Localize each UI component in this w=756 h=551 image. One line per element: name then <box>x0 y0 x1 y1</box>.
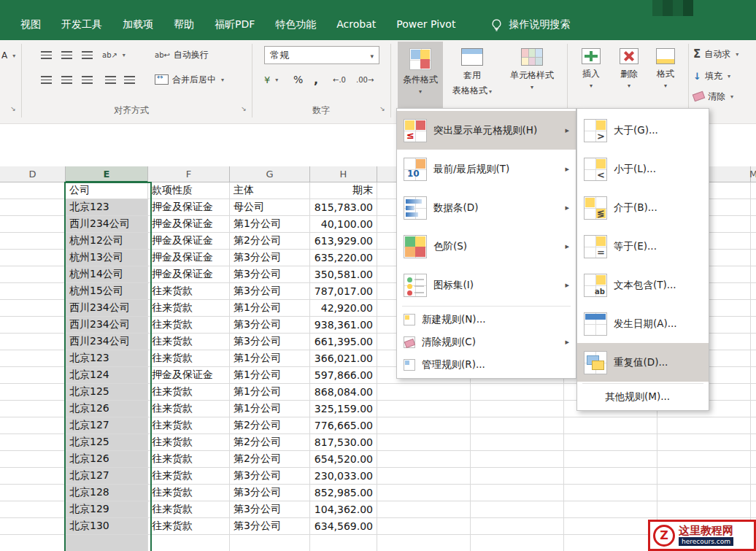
cell[interactable]: 款项性质 <box>148 182 230 199</box>
menu-item-equal-to[interactable]: =等于(E)... <box>577 227 709 266</box>
cell[interactable]: 北京123 <box>66 199 148 216</box>
menu-tab-6[interactable]: 特色功能 <box>265 15 326 35</box>
cell[interactable]: 往来货款 <box>148 518 230 535</box>
cell[interactable] <box>0 199 66 216</box>
cell[interactable] <box>471 451 564 468</box>
cell[interactable] <box>564 518 657 535</box>
menu-item-date-occurring[interactable]: 发生日期(A)... <box>577 304 709 343</box>
menu-tab-5[interactable]: 福昕PDF <box>204 15 265 35</box>
cell[interactable]: 往来货款 <box>148 401 230 417</box>
cell[interactable] <box>751 266 756 283</box>
cell[interactable]: 北京124 <box>66 367 148 384</box>
cell[interactable] <box>377 401 471 417</box>
menu-tab-8[interactable]: Power Pivot <box>386 15 466 35</box>
increase-indent-button[interactable] <box>120 71 139 88</box>
column-header-D[interactable]: D <box>0 166 66 182</box>
cell[interactable] <box>564 485 657 501</box>
cell[interactable]: 817,530.00 <box>310 434 377 451</box>
cell[interactable]: 北京126 <box>66 451 148 468</box>
cell[interactable]: 北京125 <box>66 384 148 401</box>
cell[interactable] <box>377 451 471 468</box>
cell[interactable] <box>471 485 564 501</box>
autosum-button[interactable]: 自动求 <box>693 45 738 63</box>
cell[interactable] <box>0 300 66 317</box>
cell[interactable] <box>751 468 756 485</box>
cell[interactable] <box>751 250 756 266</box>
cell[interactable] <box>377 485 471 501</box>
align-right-button[interactable] <box>77 71 96 88</box>
cell[interactable]: 押金及保证金 <box>148 216 230 233</box>
cell[interactable]: 613,929.00 <box>310 233 377 250</box>
cell[interactable]: 634,569.00 <box>310 518 377 535</box>
merge-center-button[interactable]: 合并后居中 <box>155 70 224 89</box>
cell[interactable]: 押金及保证金 <box>148 367 230 384</box>
cell[interactable]: 第1分公司 <box>230 300 310 317</box>
align-center-button[interactable] <box>57 71 76 88</box>
cell[interactable] <box>230 535 310 551</box>
cell[interactable] <box>377 518 471 535</box>
cell[interactable] <box>377 501 471 518</box>
menu-item-data-bars[interactable]: 数据条(D) <box>397 188 576 227</box>
cell[interactable] <box>657 485 751 501</box>
cell[interactable]: 往来货款 <box>148 485 230 501</box>
cell[interactable]: 杭州13公司 <box>66 250 148 266</box>
cell[interactable]: 往来货款 <box>148 434 230 451</box>
cell[interactable] <box>377 417 471 434</box>
cell[interactable]: 北京125 <box>66 434 148 451</box>
cell[interactable] <box>0 367 66 384</box>
cell[interactable] <box>471 417 564 434</box>
number-format-select[interactable]: 常规 <box>264 46 379 64</box>
cell[interactable]: 230,033.00 <box>310 468 377 485</box>
cell[interactable] <box>0 233 66 250</box>
decrease-indent-button[interactable] <box>101 71 120 88</box>
cell[interactable]: 往来货款 <box>148 468 230 485</box>
cell[interactable] <box>0 451 66 468</box>
cell[interactable] <box>657 434 751 451</box>
cell[interactable] <box>0 535 66 551</box>
cell[interactable] <box>751 384 756 401</box>
align-middle-button[interactable] <box>57 46 76 63</box>
cell[interactable] <box>751 216 756 233</box>
font-dialog-launcher-icon[interactable] <box>9 104 18 113</box>
cell[interactable] <box>751 317 756 334</box>
cell[interactable]: 主体 <box>230 182 310 199</box>
menu-item-color-scales[interactable]: 色阶(S) <box>397 227 576 266</box>
cell[interactable] <box>751 233 756 250</box>
menu-item-between[interactable]: ≶介于(B)... <box>577 188 709 227</box>
menu-tab-4[interactable]: 帮助 <box>163 15 204 35</box>
cell[interactable] <box>471 468 564 485</box>
cell[interactable]: 第2分公司 <box>230 417 310 434</box>
menu-item-manage-rules[interactable]: 管理规则(R)... <box>397 353 576 376</box>
menu-tab-2[interactable]: 开发工具 <box>51 15 112 35</box>
cell[interactable]: 第3分公司 <box>230 317 310 334</box>
cell[interactable]: 西川234公司 <box>66 300 148 317</box>
cell[interactable]: 787,017.00 <box>310 283 377 300</box>
cell[interactable] <box>751 451 756 468</box>
cell[interactable]: 西川234公司 <box>66 317 148 334</box>
align-bottom-button[interactable] <box>77 46 96 63</box>
cell[interactable]: 第3分公司 <box>230 468 310 485</box>
menu-tab-1[interactable]: 视图 <box>10 15 51 35</box>
cell[interactable]: 第1分公司 <box>230 216 310 233</box>
cell[interactable] <box>377 434 471 451</box>
cell[interactable] <box>751 417 756 434</box>
cell[interactable] <box>471 401 564 417</box>
cell[interactable]: 第1分公司 <box>230 401 310 417</box>
menu-item-icon-sets[interactable]: 图标集(I) <box>397 266 576 304</box>
cell[interactable]: 往来货款 <box>148 283 230 300</box>
cell[interactable]: 597,866.00 <box>310 367 377 384</box>
cell[interactable] <box>0 216 66 233</box>
cell[interactable]: 杭州14公司 <box>66 266 148 283</box>
cell[interactable] <box>751 434 756 451</box>
cell[interactable] <box>657 451 751 468</box>
cell[interactable]: 第3分公司 <box>230 250 310 266</box>
cell[interactable] <box>0 182 66 199</box>
cell[interactable]: 654,520.00 <box>310 451 377 468</box>
cell[interactable]: 第2分公司 <box>230 233 310 250</box>
cell[interactable] <box>564 535 657 551</box>
cell[interactable]: 第3分公司 <box>230 485 310 501</box>
column-header-F[interactable]: F <box>148 166 230 182</box>
cell[interactable]: 杭州15公司 <box>66 283 148 300</box>
number-dialog-launcher-icon[interactable] <box>378 104 387 113</box>
cell[interactable] <box>0 334 66 350</box>
